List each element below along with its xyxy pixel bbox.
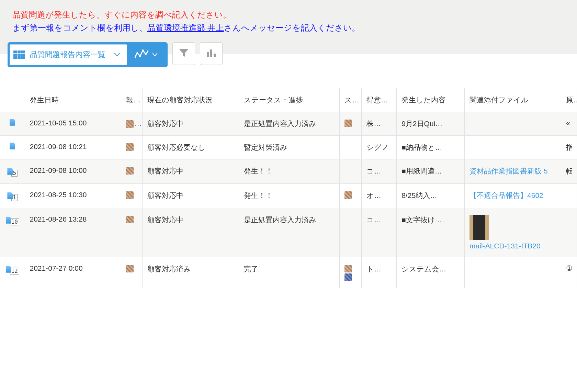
table-row[interactable]: 12021-08-25 10:30顧客対応中発生！！オ…8/25納入…【不適合品…	[0, 183, 577, 208]
notice-contact-link[interactable]: 品質環境推進部 井上	[147, 23, 224, 32]
col-reporter[interactable]: 報告	[121, 88, 142, 112]
col-attach[interactable]: 関連添付ファイル	[465, 88, 561, 112]
col-client[interactable]: 得意先_	[362, 88, 397, 112]
cell-attach	[465, 135, 561, 159]
cell-cause: ①	[561, 257, 577, 288]
cell-doc[interactable]	[0, 112, 25, 135]
view-switcher: 品質問題報告内容一覧	[8, 42, 168, 67]
col-progress[interactable]: ステータス・進捗	[239, 88, 340, 112]
cell-reporter	[121, 135, 142, 159]
col-cust-status[interactable]: 現在の顧客対応状況	[142, 88, 239, 112]
avatar	[344, 191, 352, 199]
document-icon	[10, 119, 15, 126]
cell-st	[340, 183, 362, 208]
cell-progress: 完了	[239, 257, 340, 288]
cell-doc[interactable]: 12	[0, 257, 25, 288]
cell-content: 8/25納入…	[397, 183, 465, 208]
cell-doc[interactable]: 5	[0, 159, 25, 183]
cell-client: シグノ	[362, 135, 397, 159]
cell-cause	[561, 208, 577, 257]
cell-content: 9月2日Qui…	[397, 112, 465, 135]
cell-client: ト…	[362, 257, 397, 288]
attachment-link[interactable]: 【不適合品報告】4602	[469, 191, 543, 199]
svg-point-7	[139, 55, 141, 57]
document-icon	[7, 168, 13, 175]
col-doc[interactable]	[0, 88, 25, 112]
cell-doc[interactable]	[0, 135, 25, 159]
cell-reporter	[121, 208, 142, 257]
col-cause[interactable]: 原	[561, 88, 577, 112]
cell-reporter	[121, 183, 142, 208]
cell-client: オ…	[362, 183, 397, 208]
cell-cust-status: 顧客対応中	[142, 159, 239, 183]
document-icon	[6, 266, 11, 273]
cell-attach	[465, 112, 561, 135]
document-icon	[6, 217, 11, 224]
avatar	[344, 273, 352, 281]
chart-view-dropdown[interactable]	[127, 44, 166, 65]
view-toolbar: 品質問題報告内容一覧	[0, 42, 577, 67]
cell-cause: 転	[561, 159, 577, 183]
cell-client: コ…	[362, 159, 397, 183]
cell-client: コ…	[362, 208, 397, 257]
attachment-link[interactable]: mail-ALCD-131-ITB20	[469, 242, 541, 250]
notice-line-2-suffix: さんへメッセージを記入ください。	[224, 23, 360, 32]
cell-cause: «	[561, 112, 577, 135]
cell-attach: 資材品作業指図書新版 5	[465, 159, 561, 183]
cell-st	[340, 135, 362, 159]
avatar	[126, 120, 134, 128]
chevron-down-icon	[152, 51, 158, 59]
svg-point-8	[142, 49, 144, 52]
cell-progress: 発生！！	[239, 183, 340, 208]
cell-cause: 指	[561, 135, 577, 159]
current-view-dropdown[interactable]: 品質問題報告内容一覧	[10, 44, 127, 65]
table-row[interactable]: 122021-07-27 0:00顧客対応済み完了ト…システム会…①	[0, 257, 577, 288]
doc-count-badge: 12	[10, 268, 19, 275]
cell-content: ■文字抜け …	[397, 208, 465, 257]
cell-cust-status: 顧客対応中	[142, 208, 239, 257]
cell-st	[340, 208, 362, 257]
cell-st	[340, 112, 362, 135]
avatar	[126, 143, 134, 151]
cell-content: システム会…	[397, 257, 465, 288]
cell-attach: 【不適合品報告】4602	[465, 183, 561, 208]
avatar	[126, 216, 134, 223]
attachment-link[interactable]: 資材品作業指図書新版 5	[469, 167, 548, 175]
cell-progress: 暫定対策済み	[239, 135, 340, 159]
doc-count-badge: 10	[10, 219, 19, 225]
cell-doc[interactable]: 10	[0, 208, 25, 257]
svg-rect-13	[214, 54, 216, 57]
bar-chart-icon	[206, 47, 217, 59]
svg-rect-12	[210, 49, 212, 57]
cell-progress: 是正処置内容入力済み	[239, 112, 340, 135]
cell-st	[340, 257, 362, 288]
attachment-thumbnail[interactable]	[469, 215, 489, 240]
cell-date: 2021-08-26 13:28	[25, 208, 121, 257]
report-table: 発生日時 報告 現在の顧客対応状況 ステータス・進捗 スラ 得意先_ 発生した内…	[0, 88, 577, 288]
cell-reporter: ヲ	[121, 112, 142, 135]
avatar	[344, 265, 352, 272]
svg-point-6	[136, 52, 138, 54]
col-content[interactable]: 発生した内容	[397, 88, 465, 112]
notice-line-2-prefix: まず第一報をコメント欄を利用し、	[12, 23, 147, 32]
cell-doc[interactable]: 1	[0, 183, 25, 208]
table-row[interactable]: 2021-09-08 10:21顧客対応必要なし暫定対策済みシグノ■納品物と…指	[0, 135, 577, 159]
cell-date: 2021-07-27 0:00	[25, 257, 121, 288]
cell-progress: 是正処置内容入力済み	[239, 208, 340, 257]
cell-cust-status: 顧客対応必要なし	[142, 135, 239, 159]
avatar	[126, 191, 134, 199]
table-row[interactable]: 2021-10-05 15:00ヲ顧客対応中是正処置内容入力済み株…9月2日Qu…	[0, 112, 577, 135]
cell-date: 2021-09-08 10:21	[25, 135, 121, 159]
avatar	[126, 265, 134, 272]
table-row[interactable]: 52021-09-08 10:00顧客対応中発生！！コ…■用紙間違…資材品作業指…	[0, 159, 577, 183]
document-icon	[10, 143, 15, 149]
filter-button[interactable]	[172, 42, 195, 65]
col-st[interactable]: スラ	[340, 88, 362, 112]
col-date[interactable]: 発生日時	[25, 88, 121, 112]
table-row[interactable]: 102021-08-26 13:28顧客対応中是正処置内容入力済みコ…■文字抜け…	[0, 208, 577, 257]
cell-cust-status: 顧客対応中	[142, 112, 239, 135]
svg-point-9	[145, 53, 147, 55]
svg-rect-11	[207, 52, 209, 57]
cell-cust-status: 顧客対応済み	[142, 257, 239, 288]
bar-chart-button[interactable]	[200, 42, 223, 65]
